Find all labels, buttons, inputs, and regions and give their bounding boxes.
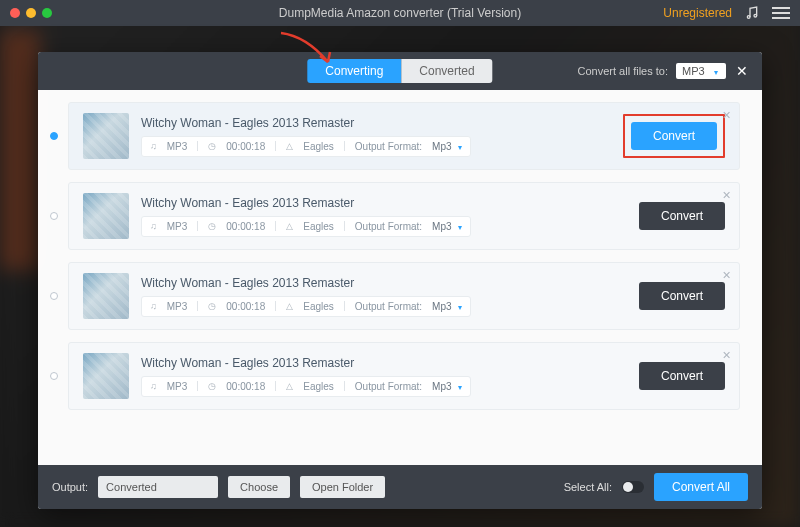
remove-row-icon[interactable]: ✕ bbox=[722, 349, 731, 362]
track-card: ✕ Witchy Woman - Eagles 2013 Remaster ♫M… bbox=[68, 102, 740, 170]
tab-group: Converting Converted bbox=[307, 59, 492, 83]
track-details: ♫MP3 ◷00:00:18 △Eagles Output Format: Mp… bbox=[141, 376, 471, 397]
track-row: ✕ Witchy Woman - Eagles 2013 Remaster ♫M… bbox=[50, 102, 740, 170]
music-note-icon[interactable] bbox=[744, 5, 760, 21]
track-row: ✕ Witchy Woman - Eagles 2013 Remaster ♫M… bbox=[50, 182, 740, 250]
row-select-radio[interactable] bbox=[50, 292, 58, 300]
output-format-select[interactable]: Mp3▾ bbox=[432, 301, 461, 312]
output-format-select[interactable]: Mp3▾ bbox=[432, 141, 461, 152]
person-icon: △ bbox=[286, 221, 293, 231]
person-icon: △ bbox=[286, 141, 293, 151]
album-art-thumb bbox=[83, 353, 129, 399]
output-format-select[interactable]: Mp3▾ bbox=[432, 221, 461, 232]
music-icon: ♫ bbox=[150, 221, 157, 231]
output-path-input[interactable] bbox=[98, 476, 218, 498]
annotation-highlight-box: Convert bbox=[623, 114, 725, 158]
chevron-down-icon: ▾ bbox=[458, 143, 462, 152]
track-list: ✕ Witchy Woman - Eagles 2013 Remaster ♫M… bbox=[38, 90, 762, 465]
music-icon: ♫ bbox=[150, 381, 157, 391]
chevron-down-icon: ▾ bbox=[458, 383, 462, 392]
person-icon: △ bbox=[286, 381, 293, 391]
svg-point-1 bbox=[754, 14, 757, 17]
output-format-select[interactable]: Mp3▾ bbox=[432, 381, 461, 392]
convert-button[interactable]: Convert bbox=[639, 202, 725, 230]
clock-icon: ◷ bbox=[208, 221, 216, 231]
clock-icon: ◷ bbox=[208, 141, 216, 151]
tab-converting[interactable]: Converting bbox=[307, 59, 401, 83]
track-details: ♫MP3 ◷00:00:18 △Eagles Output Format: Mp… bbox=[141, 216, 471, 237]
menu-icon[interactable] bbox=[772, 7, 790, 19]
main-panel: Converting Converted Convert all files t… bbox=[38, 52, 762, 509]
convert-all-button[interactable]: Convert All bbox=[654, 473, 748, 501]
titlebar: DumpMedia Amazon converter (Trial Versio… bbox=[0, 0, 800, 26]
row-select-radio[interactable] bbox=[50, 372, 58, 380]
panel-header: Converting Converted Convert all files t… bbox=[38, 52, 762, 90]
track-title: Witchy Woman - Eagles 2013 Remaster bbox=[141, 196, 617, 210]
track-row: ✕ Witchy Woman - Eagles 2013 Remaster ♫M… bbox=[50, 342, 740, 410]
music-icon: ♫ bbox=[150, 141, 157, 151]
album-art-thumb bbox=[83, 273, 129, 319]
registration-status[interactable]: Unregistered bbox=[663, 6, 732, 20]
remove-row-icon[interactable]: ✕ bbox=[722, 189, 731, 202]
select-all-toggle[interactable] bbox=[622, 481, 644, 493]
clock-icon: ◷ bbox=[208, 381, 216, 391]
album-art-thumb bbox=[83, 113, 129, 159]
close-window-icon[interactable] bbox=[10, 8, 20, 18]
track-details: ♫MP3 ◷00:00:18 △Eagles Output Format: Mp… bbox=[141, 136, 471, 157]
track-card: ✕ Witchy Woman - Eagles 2013 Remaster ♫M… bbox=[68, 182, 740, 250]
close-panel-icon[interactable]: ✕ bbox=[734, 63, 750, 79]
remove-row-icon[interactable]: ✕ bbox=[722, 269, 731, 282]
music-icon: ♫ bbox=[150, 301, 157, 311]
output-path-label: Output: bbox=[52, 481, 88, 493]
chevron-down-icon: ▾ bbox=[458, 223, 462, 232]
album-art-thumb bbox=[83, 193, 129, 239]
track-card: ✕ Witchy Woman - Eagles 2013 Remaster ♫M… bbox=[68, 262, 740, 330]
convert-all-format-label: Convert all files to: bbox=[578, 65, 668, 77]
track-row: ✕ Witchy Woman - Eagles 2013 Remaster ♫M… bbox=[50, 262, 740, 330]
row-select-radio[interactable] bbox=[50, 132, 58, 140]
track-title: Witchy Woman - Eagles 2013 Remaster bbox=[141, 276, 617, 290]
minimize-window-icon[interactable] bbox=[26, 8, 36, 18]
global-format-select[interactable]: MP3 ▾ bbox=[676, 63, 726, 79]
convert-button[interactable]: Convert bbox=[631, 122, 717, 150]
window-controls bbox=[10, 8, 52, 18]
remove-row-icon[interactable]: ✕ bbox=[722, 109, 731, 122]
panel-footer: Output: Choose Open Folder Select All: C… bbox=[38, 465, 762, 509]
open-folder-button[interactable]: Open Folder bbox=[300, 476, 385, 498]
choose-folder-button[interactable]: Choose bbox=[228, 476, 290, 498]
chevron-down-icon: ▾ bbox=[458, 303, 462, 312]
convert-button[interactable]: Convert bbox=[639, 282, 725, 310]
row-select-radio[interactable] bbox=[50, 212, 58, 220]
maximize-window-icon[interactable] bbox=[42, 8, 52, 18]
convert-button[interactable]: Convert bbox=[639, 362, 725, 390]
track-card: ✕ Witchy Woman - Eagles 2013 Remaster ♫M… bbox=[68, 342, 740, 410]
track-details: ♫MP3 ◷00:00:18 △Eagles Output Format: Mp… bbox=[141, 296, 471, 317]
svg-point-0 bbox=[747, 16, 750, 19]
select-all-label: Select All: bbox=[564, 481, 612, 493]
track-title: Witchy Woman - Eagles 2013 Remaster bbox=[141, 356, 617, 370]
person-icon: △ bbox=[286, 301, 293, 311]
app-title: DumpMedia Amazon converter (Trial Versio… bbox=[279, 6, 521, 20]
clock-icon: ◷ bbox=[208, 301, 216, 311]
chevron-down-icon: ▾ bbox=[714, 68, 718, 77]
track-title: Witchy Woman - Eagles 2013 Remaster bbox=[141, 116, 611, 130]
tab-converted[interactable]: Converted bbox=[401, 59, 492, 83]
